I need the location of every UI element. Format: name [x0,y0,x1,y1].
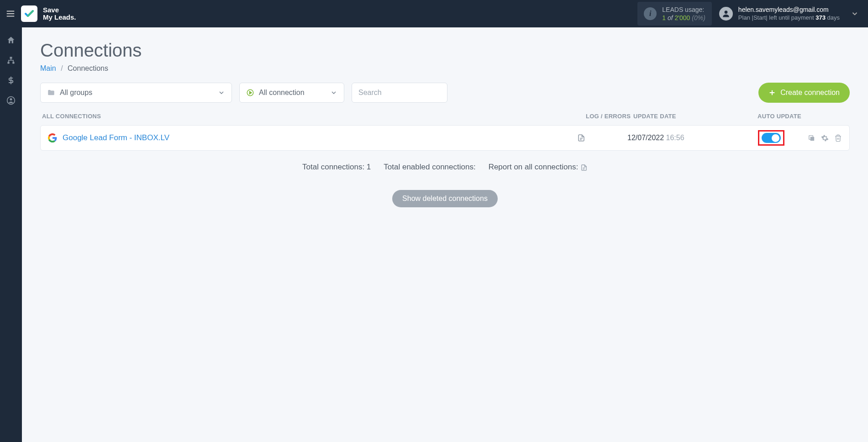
svg-rect-4 [10,57,12,59]
menu-toggle[interactable] [5,9,16,19]
sidebar-item-billing[interactable] [6,76,16,85]
user-plan: Plan |Start| left until payment 373 days [738,14,840,22]
svg-point-3 [725,11,728,14]
update-date: 12/07/2022 16:56 [627,134,719,142]
summary: Total connections: 1 Total enabled conne… [40,163,850,172]
highlight-frame [758,130,784,146]
connection-name-link[interactable]: Google Lead Form - INBOX.LV [63,133,169,142]
logo[interactable] [21,5,37,22]
copy-button[interactable] [808,134,815,142]
report-download[interactable] [580,164,588,171]
breadcrumb-main[interactable]: Main [40,64,56,72]
trash-icon [834,134,842,142]
show-deleted-button[interactable]: Show deleted connections [392,190,498,207]
copy-icon [808,134,815,142]
connection-filter-select[interactable]: All connection [239,83,344,103]
usage-label: LEADS usage: [662,5,705,14]
hamburger-icon [5,9,16,19]
svg-rect-5 [8,62,10,63]
svg-rect-16 [810,137,815,141]
col-header-name: ALL CONNECTIONS [42,113,583,120]
home-icon [6,36,16,45]
usage-values: 1 of 2'000 (0%) [662,14,705,22]
breadcrumb: Main / Connections [40,64,850,73]
table-header: ALL CONNECTIONS LOG / ERRORS UPDATE DATE… [40,113,850,125]
document-icon [580,164,588,171]
svg-marker-11 [250,91,252,94]
search-input[interactable] [358,89,441,97]
info-icon: i [644,7,657,20]
page-title: Connections [40,40,850,61]
sidebar-item-account[interactable] [6,96,16,105]
dollar-icon [6,76,16,85]
sidebar-item-home[interactable] [6,36,16,45]
sidebar [0,27,22,442]
col-header-log: LOG / ERRORS [583,113,633,120]
logo-text: Save My Leads. [43,6,76,21]
play-circle-icon [246,89,254,97]
col-header-auto: AUTO UPDATE [752,113,802,120]
groups-select-label: All groups [60,89,92,97]
user-email: helen.savemyleads@gmail.com [738,5,840,14]
svg-point-9 [10,98,12,100]
chevron-down-icon [330,89,337,96]
auto-update-toggle[interactable] [762,133,781,143]
plus-icon [768,89,776,96]
avatar [719,7,733,21]
topbar: Save My Leads. i LEADS usage: 1 of 2'000… [0,0,868,27]
svg-rect-6 [12,62,14,63]
folder-icon [47,89,55,97]
create-connection-button[interactable]: Create connection [758,83,850,103]
sidebar-item-connections[interactable] [6,56,16,65]
delete-button[interactable] [834,134,842,142]
leads-usage[interactable]: i LEADS usage: 1 of 2'000 (0%) [637,2,712,26]
search-box[interactable] [352,83,447,103]
checkmark-icon [24,8,35,19]
chevron-down-icon [851,10,859,18]
main-content: Connections Main / Connections All group… [22,27,868,442]
log-button[interactable] [577,134,627,142]
sitemap-icon [6,56,16,65]
breadcrumb-current: Connections [68,64,108,72]
chevron-down-icon [218,89,225,96]
settings-button[interactable] [821,134,829,142]
user-circle-icon [6,96,16,105]
google-icon [48,133,57,142]
col-header-date: UPDATE DATE [633,113,725,120]
gear-icon [821,134,829,142]
connection-filter-label: All connection [259,89,305,97]
document-icon [577,134,585,142]
person-icon [721,9,731,18]
table-row: Google Lead Form - INBOX.LV 12/07/2022 1… [40,125,850,151]
user-menu[interactable]: helen.savemyleads@gmail.com Plan |Start|… [719,5,840,21]
groups-select[interactable]: All groups [40,83,232,103]
user-menu-toggle[interactable] [847,10,863,18]
